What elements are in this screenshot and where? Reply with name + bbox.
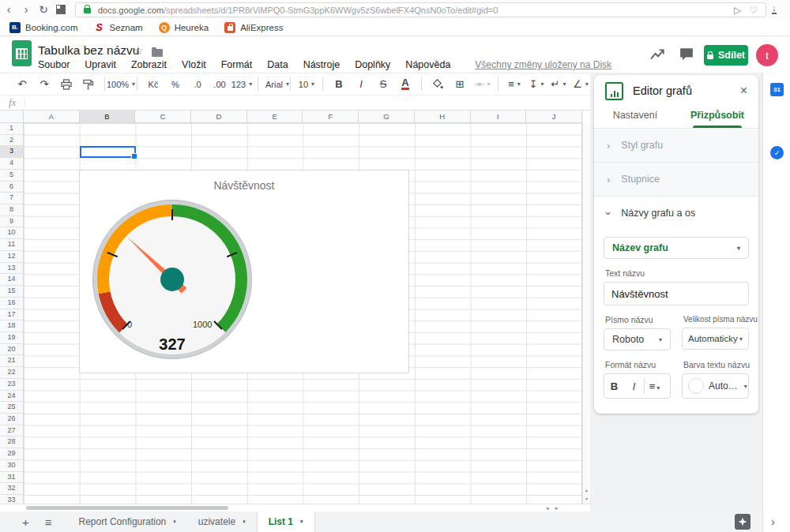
bookmark-heureka[interactable]: QHeureka — [159, 22, 209, 33]
rail-collapse-icon[interactable]: › — [771, 515, 775, 528]
panel-section-1[interactable]: ›Stupnice — [594, 162, 758, 196]
share-button[interactable]: Sdílet — [704, 45, 748, 66]
row-header-18[interactable]: 18 — [0, 320, 24, 332]
folder-icon[interactable] — [152, 49, 163, 57]
row-header-29[interactable]: 29 — [0, 448, 24, 460]
row-header-4[interactable]: 4 — [0, 158, 24, 170]
menu-item-1[interactable]: Upravit — [85, 59, 116, 70]
horizontal-align-button[interactable]: ≡▾ — [503, 75, 525, 94]
increase-decimal-button[interactable]: .00 — [209, 75, 231, 94]
row-header-27[interactable]: 27 — [0, 425, 24, 437]
row-header-13[interactable]: 13 — [0, 263, 24, 275]
scroll-up-icon[interactable]: ▴ — [583, 487, 590, 493]
column-header-H[interactable]: H — [415, 111, 471, 122]
title-font-select[interactable]: Roboto ▾ — [604, 328, 671, 350]
format-percent-button[interactable]: % — [164, 75, 186, 94]
gauge-chart[interactable]: Návštěvnost 0 1000 327 — [79, 170, 409, 373]
menu-item-0[interactable]: Soubor — [38, 59, 70, 70]
font-family-select[interactable]: Arial▾ — [263, 75, 285, 94]
bookmark-seznam[interactable]: SSeznam — [93, 22, 142, 33]
row-header-11[interactable]: 11 — [0, 239, 24, 251]
column-header-D[interactable]: D — [191, 111, 247, 122]
fill-color-button[interactable] — [427, 75, 449, 94]
address-bar[interactable]: docs.google.com /spreadsheets/d/1PR8rViM… — [75, 2, 766, 17]
sheet-tab-1[interactable]: uzivatele▾ — [187, 511, 257, 532]
title-align-button[interactable]: ≡▾ — [645, 380, 664, 392]
column-header-F[interactable]: F — [303, 111, 359, 122]
menu-item-5[interactable]: Data — [267, 59, 288, 70]
row-header-21[interactable]: 21 — [0, 355, 24, 367]
trend-icon[interactable] — [649, 47, 667, 62]
grid-corner[interactable] — [0, 111, 24, 123]
borders-button[interactable]: ⊞ — [449, 75, 471, 94]
row-header-25[interactable]: 25 — [0, 402, 24, 414]
calendar-icon[interactable]: 31 — [770, 83, 784, 96]
panel-tab-0[interactable]: Nastavení — [594, 107, 676, 128]
vertical-scrollbar[interactable]: ▴ ▾ — [582, 123, 590, 504]
row-header-24[interactable]: 24 — [0, 391, 24, 403]
column-header-J[interactable]: J — [526, 111, 582, 122]
text-rotation-button[interactable]: ∠▾ — [570, 75, 592, 94]
row-header-33[interactable]: 33 — [0, 495, 24, 504]
italic-button[interactable]: I — [350, 75, 372, 94]
row-header-7[interactable]: 7 — [0, 193, 24, 204]
row-header-5[interactable]: 5 — [0, 170, 24, 182]
menu-item-6[interactable]: Nástroje — [303, 59, 340, 70]
title-italic-button[interactable]: I — [624, 380, 644, 392]
speed-dial-icon[interactable] — [52, 0, 70, 19]
more-formats-button[interactable]: 123▾ — [231, 75, 253, 94]
row-header-16[interactable]: 16 — [0, 298, 24, 309]
row-header-28[interactable]: 28 — [0, 436, 24, 448]
title-text-input[interactable] — [604, 282, 749, 305]
download-icon[interactable]: ↓ — [772, 3, 777, 14]
text-color-button[interactable]: A — [401, 78, 408, 90]
menu-item-2[interactable]: Zobrazit — [131, 59, 167, 70]
vertical-align-button[interactable]: ↧▾ — [525, 75, 547, 94]
back-icon[interactable]: ‹ — [0, 0, 17, 19]
panel-section-0[interactable]: ›Styl grafu — [594, 128, 758, 162]
row-header-10[interactable]: 10 — [0, 227, 24, 239]
row-header-8[interactable]: 8 — [0, 204, 24, 216]
selected-cell[interactable] — [80, 146, 136, 158]
row-header-19[interactable]: 19 — [0, 332, 24, 344]
panel-tab-1[interactable]: Přizpůsobit — [676, 107, 758, 128]
add-sheet-button[interactable]: + — [22, 515, 29, 529]
comment-icon[interactable] — [678, 47, 695, 62]
saved-status-link[interactable]: Všechny změny uloženy na Disk — [475, 59, 611, 70]
print-button[interactable] — [55, 75, 77, 94]
column-header-A[interactable]: A — [24, 111, 80, 122]
column-header-E[interactable]: E — [247, 111, 303, 122]
row-header-26[interactable]: 26 — [0, 414, 24, 425]
scroll-down-icon[interactable]: ▾ — [583, 496, 590, 501]
title-color-select[interactable]: Auto… ▾ — [682, 373, 749, 399]
row-header-6[interactable]: 6 — [0, 182, 24, 193]
star-icon[interactable]: ☆ — [134, 44, 144, 57]
close-icon[interactable]: × — [740, 84, 747, 97]
column-header-G[interactable]: G — [359, 111, 415, 122]
row-header-23[interactable]: 23 — [0, 379, 24, 391]
row-header-32[interactable]: 32 — [0, 483, 24, 495]
font-size-select[interactable]: 10▾ — [295, 75, 318, 94]
scrollbar-thumb[interactable] — [26, 506, 228, 510]
row-header-3[interactable]: 3 — [0, 146, 24, 158]
row-header-17[interactable]: 17 — [0, 309, 24, 321]
row-header-14[interactable]: 14 — [0, 274, 24, 286]
bookmark-booking[interactable]: B.Booking.com — [9, 22, 77, 33]
send-page-icon[interactable]: ▷ — [734, 5, 741, 16]
row-header-22[interactable]: 22 — [0, 367, 24, 379]
row-header-30[interactable]: 30 — [0, 460, 24, 472]
forward-icon[interactable]: › — [17, 0, 35, 19]
fill-handle[interactable] — [131, 153, 137, 159]
row-header-12[interactable]: 12 — [0, 251, 24, 263]
all-sheets-button[interactable]: ≡ — [45, 515, 52, 529]
row-header-20[interactable]: 20 — [0, 344, 24, 356]
zoom-select[interactable]: 100%▾ — [110, 75, 132, 94]
menu-item-7[interactable]: Doplňky — [355, 59, 390, 70]
row-header-31[interactable]: 31 — [0, 472, 24, 484]
bookmark-heart-icon[interactable]: ♡ — [749, 5, 758, 16]
row-header-9[interactable]: 9 — [0, 216, 24, 228]
column-header-C[interactable]: C — [135, 111, 191, 122]
menu-item-4[interactable]: Formát — [221, 59, 253, 70]
column-header-B[interactable]: B — [80, 111, 136, 122]
panel-section-2[interactable]: ›Názvy grafu a os — [594, 196, 758, 230]
